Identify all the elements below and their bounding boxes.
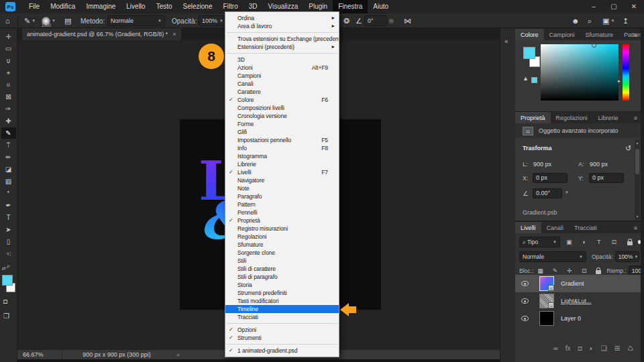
- chevron-down-icon[interactable]: ▼: [565, 190, 569, 194]
- lock-position-icon[interactable]: ✛: [567, 267, 572, 274]
- close-tab-icon[interactable]: ×: [172, 31, 176, 38]
- opacity-select[interactable]: 100%▼: [199, 13, 227, 28]
- brush-preset-button[interactable]: ✎▼: [24, 13, 36, 28]
- menu-item-strumenti-predefiniti[interactable]: Strumenti predefiniti: [225, 289, 339, 297]
- object-selection-tool[interactable]: ⌖: [1, 67, 16, 78]
- brush-angle-field[interactable]: ∠0°: [356, 13, 387, 28]
- lock-artboard-icon[interactable]: ⊡: [582, 267, 587, 274]
- layer-thumbnail[interactable]: ⊡: [539, 276, 554, 291]
- layer-visibility-eye-icon[interactable]: [521, 298, 529, 304]
- menu-item-regolazioni[interactable]: Regolazioni: [225, 233, 339, 241]
- layer-name[interactable]: Gradient: [561, 280, 584, 287]
- close-button[interactable]: ✕: [624, 0, 644, 13]
- layer-row-layer-0[interactable]: Layer 0: [515, 310, 641, 327]
- layer-visibility-eye-icon[interactable]: [521, 316, 529, 321]
- filter-shape-icon[interactable]: ⊡: [611, 239, 616, 245]
- screen-mode-button[interactable]: ❐: [3, 312, 9, 320]
- menu-item-3d[interactable]: 3D: [225, 56, 339, 64]
- layer-blend-select[interactable]: Normale ▼: [519, 251, 586, 262]
- color-tab-colore[interactable]: Colore: [515, 29, 544, 41]
- link-layers-icon[interactable]: ∞: [553, 345, 558, 361]
- scroll-down-icon[interactable]: ▼: [635, 215, 639, 219]
- eraser-tool[interactable]: ◪: [1, 164, 16, 175]
- layer-opacity-select[interactable]: 100% ▼: [615, 251, 639, 262]
- gradient-tool[interactable]: ▧: [1, 176, 16, 187]
- layer-thumbnail[interactable]: [539, 311, 554, 326]
- menubar-item-testo[interactable]: Testo: [151, 0, 178, 13]
- gamut-swatch[interactable]: [531, 77, 537, 83]
- layer-visibility-eye-icon[interactable]: [521, 281, 529, 286]
- pressure-size-button[interactable]: ❂: [343, 13, 350, 28]
- status-chevron-icon[interactable]: >: [176, 352, 180, 358]
- layer-name[interactable]: Layer 0: [561, 315, 581, 322]
- lock-pixels-icon[interactable]: ✎: [553, 267, 558, 274]
- panel-menu-icon[interactable]: ≡: [634, 115, 637, 121]
- expand-dock-icon[interactable]: «: [504, 38, 508, 45]
- menu-item-paragrafo[interactable]: Paragrafo: [225, 192, 339, 200]
- menu-item-composizioni-livelli[interactable]: Composizioni livelli: [225, 104, 339, 112]
- lock-transparency-icon[interactable]: ▦: [537, 267, 543, 274]
- menu-item-navigatore[interactable]: Navigatore: [225, 176, 339, 184]
- properties-tab-regolazioni[interactable]: Regolazioni: [551, 112, 593, 124]
- minimize-button[interactable]: –: [584, 0, 604, 13]
- blur-tool[interactable]: ❜: [1, 188, 16, 199]
- frame-tool[interactable]: ⊠: [1, 91, 16, 103]
- menubar-item-immagine[interactable]: Immagine: [80, 0, 121, 13]
- color-tab-campioni[interactable]: Campioni: [544, 29, 580, 41]
- menu-item-ordina[interactable]: Ordina►: [225, 14, 339, 22]
- gamut-warning-icon[interactable]: ▲: [523, 75, 529, 82]
- shape-tool[interactable]: ▯: [1, 236, 16, 247]
- menu-item-timeline[interactable]: Timeline: [225, 305, 339, 313]
- menubar-item-file[interactable]: File: [23, 0, 45, 13]
- lasso-tool[interactable]: ʋ: [1, 55, 16, 66]
- layers-tab-livelli[interactable]: Livelli: [515, 222, 541, 234]
- airbrush-button[interactable]: ⌾: [389, 13, 394, 28]
- pen-tool[interactable]: ✒: [1, 200, 16, 211]
- search-button[interactable]: ⌕: [588, 13, 592, 28]
- filter-adjustment-icon[interactable]: ◐: [582, 239, 586, 245]
- menubar-item-livello[interactable]: Livello: [121, 0, 150, 13]
- path-selection-tool[interactable]: ➤: [1, 224, 16, 235]
- scroll-up-icon[interactable]: ▲: [635, 141, 639, 145]
- menu-item-1-animated-gradient-psd[interactable]: ✓1 animated-gradient.psd: [225, 347, 339, 355]
- menu-item-glifi[interactable]: Glifi: [225, 128, 339, 136]
- menu-item-carattere[interactable]: Carattere: [225, 88, 339, 96]
- layer-thumbnail[interactable]: ⊡: [539, 294, 554, 308]
- panel-menu-icon[interactable]: ≡: [634, 225, 637, 231]
- swap-colors-icon[interactable]: ⇄: [2, 266, 6, 272]
- menu-item-tasti-modificatori[interactable]: Tasti modificatori: [225, 297, 339, 305]
- filter-image-icon[interactable]: ▣: [566, 239, 572, 245]
- adjustment-layer-icon[interactable]: ◐: [590, 345, 594, 361]
- new-group-icon[interactable]: ❏: [601, 345, 607, 361]
- foreground-color-swatch[interactable]: [2, 275, 13, 286]
- symmetry-button[interactable]: ⋈: [404, 13, 411, 28]
- menu-item-istogramma[interactable]: Istogramma: [225, 152, 339, 160]
- foreground-color-well[interactable]: [523, 47, 535, 59]
- menu-item-pennelli[interactable]: Pennelli: [225, 208, 339, 217]
- layer-name[interactable]: Light&Lut...: [561, 298, 592, 304]
- menu-item-tracciati[interactable]: Tracciati: [225, 313, 339, 321]
- type-tool[interactable]: T: [1, 212, 16, 223]
- menu-item-stili[interactable]: Stili: [225, 257, 339, 265]
- menu-item-registro-misurazioni[interactable]: Registro misurazioni: [225, 225, 339, 233]
- layer-row-gradient[interactable]: ⊡Gradient: [515, 275, 641, 292]
- properties-tab-proprietà[interactable]: Proprietà: [515, 112, 551, 124]
- menu-item-info[interactable]: InfoF8: [225, 144, 339, 152]
- y-input[interactable]: 0 px: [589, 173, 624, 183]
- home-button[interactable]: ⌂: [5, 13, 10, 28]
- layers-tab-tracciati[interactable]: Tracciati: [569, 222, 602, 234]
- menu-item-forme[interactable]: Forme: [225, 120, 339, 128]
- crop-tool[interactable]: ⌗: [1, 79, 16, 90]
- panel-menu-icon[interactable]: ≡: [634, 32, 637, 38]
- filter-type-icon[interactable]: T: [597, 239, 601, 245]
- scrollbar[interactable]: ▲ ▼: [635, 139, 640, 220]
- new-layer-icon[interactable]: ⊞: [614, 345, 620, 361]
- menu-item-librerie[interactable]: Librerie: [225, 160, 339, 168]
- healing-brush-tool[interactable]: ✚: [1, 115, 16, 127]
- scrollbar-thumb[interactable]: [635, 149, 639, 174]
- history-brush-tool[interactable]: ✏: [1, 152, 16, 163]
- angle-select[interactable]: 0.00°: [533, 188, 562, 198]
- hand-tool[interactable]: ☜: [1, 248, 16, 259]
- clone-stamp-tool[interactable]: ⍑: [1, 139, 16, 151]
- zoom-level-field[interactable]: 66.67%: [23, 351, 58, 358]
